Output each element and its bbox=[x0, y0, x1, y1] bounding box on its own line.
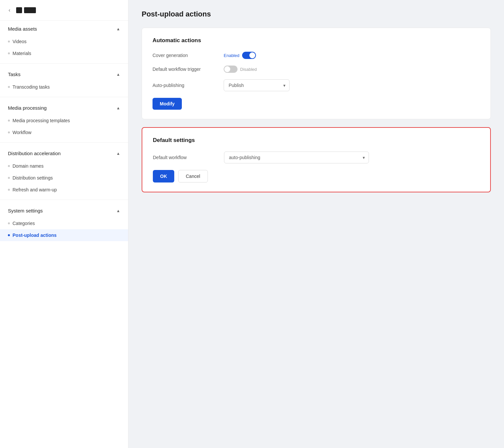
nav-items-distribution-acceleration: Domain names Distribution settings Refre… bbox=[0, 159, 128, 198]
back-button[interactable]: ‹ bbox=[7, 6, 12, 14]
sidebar: ‹ Media assets ▲ Videos Materials Tasks bbox=[0, 0, 128, 448]
bullet-icon bbox=[8, 189, 10, 191]
sidebar-item-refresh-warm-up[interactable]: Refresh and warm-up bbox=[0, 184, 128, 196]
bullet-icon bbox=[8, 222, 10, 224]
default-workflow-label: Default workflow bbox=[153, 155, 219, 160]
breadcrumb bbox=[16, 7, 36, 13]
toggle-slider bbox=[242, 52, 256, 59]
breadcrumb-rect-icon bbox=[24, 7, 36, 13]
sidebar-item-domain-names[interactable]: Domain names bbox=[0, 160, 128, 172]
cancel-button[interactable]: Cancel bbox=[178, 170, 208, 182]
modify-button[interactable]: Modify bbox=[153, 98, 182, 110]
workflow-trigger-toggle-container: Disabled bbox=[224, 66, 257, 73]
automatic-actions-card: Automatic actions Cover generation Enabl… bbox=[142, 28, 491, 119]
nav-group-media-assets[interactable]: Media assets ▲ bbox=[0, 21, 128, 34]
main-content: Post-upload actions Automatic actions Co… bbox=[128, 0, 504, 448]
default-settings-button-row: OK Cancel bbox=[153, 170, 480, 182]
sidebar-item-categories[interactable]: Categories bbox=[0, 217, 128, 229]
sidebar-item-transcoding-tasks[interactable]: Transcoding tasks bbox=[0, 81, 128, 93]
default-settings-card: Default settings Default workflow auto-p… bbox=[142, 127, 491, 192]
nav-group-media-processing[interactable]: Media processing ▲ bbox=[0, 100, 128, 113]
default-workflow-select-wrapper: auto-publishing manual none ▾ bbox=[224, 152, 369, 163]
sidebar-item-workflow[interactable]: Workflow bbox=[0, 126, 128, 138]
sidebar-item-post-upload-actions[interactable]: Post-upload actions bbox=[0, 229, 128, 241]
nav-section: Media assets ▲ Videos Materials Tasks ▲ … bbox=[0, 21, 128, 244]
default-workflow-select[interactable]: auto-publishing manual none bbox=[224, 152, 369, 163]
chevron-up-icon: ▲ bbox=[116, 209, 120, 213]
auto-publishing-label: Auto-publishing bbox=[153, 83, 218, 88]
cover-generation-label: Cover generation bbox=[153, 53, 218, 58]
cover-generation-status: Enabled bbox=[224, 53, 239, 58]
bullet-icon bbox=[8, 165, 10, 167]
bullet-icon bbox=[8, 86, 10, 88]
sidebar-item-videos[interactable]: Videos bbox=[0, 36, 128, 47]
cover-generation-toggle-container: Enabled bbox=[224, 52, 256, 59]
sidebar-item-distribution-settings[interactable]: Distribution settings bbox=[0, 172, 128, 184]
ok-button[interactable]: OK bbox=[153, 170, 174, 182]
nav-items-tasks: Transcoding tasks bbox=[0, 80, 128, 96]
chevron-up-icon: ▲ bbox=[116, 106, 120, 110]
toggle-slider bbox=[224, 66, 238, 73]
cover-generation-row: Cover generation Enabled bbox=[153, 52, 480, 59]
breadcrumb-square-icon bbox=[16, 7, 22, 13]
chevron-up-icon: ▲ bbox=[116, 27, 120, 31]
auto-publishing-select-wrapper: Publish Draft None ▾ bbox=[224, 79, 290, 91]
default-workflow-row: Default workflow auto-publishing manual … bbox=[153, 152, 480, 163]
nav-items-system-settings: Categories Post-upload actions bbox=[0, 216, 128, 244]
sidebar-item-materials[interactable]: Materials bbox=[0, 47, 128, 59]
page-title: Post-upload actions bbox=[142, 10, 491, 18]
bullet-icon bbox=[8, 177, 10, 179]
default-settings-title: Default settings bbox=[153, 137, 480, 144]
workflow-trigger-status: Disabled bbox=[240, 67, 257, 72]
sidebar-item-media-processing-templates[interactable]: Media processing templates bbox=[0, 115, 128, 126]
bullet-icon bbox=[8, 41, 10, 42]
workflow-trigger-label: Default workflow trigger bbox=[153, 67, 218, 72]
cover-generation-toggle[interactable] bbox=[242, 52, 256, 59]
chevron-up-icon: ▲ bbox=[116, 151, 120, 156]
bullet-icon bbox=[8, 120, 10, 122]
workflow-trigger-toggle[interactable] bbox=[224, 66, 238, 73]
chevron-up-icon: ▲ bbox=[116, 72, 120, 77]
bullet-icon bbox=[8, 52, 10, 54]
nav-items-media-assets: Videos Materials bbox=[0, 34, 128, 62]
sidebar-header: ‹ bbox=[0, 0, 128, 21]
auto-publishing-row: Auto-publishing Publish Draft None ▾ bbox=[153, 79, 480, 91]
auto-publishing-select[interactable]: Publish Draft None bbox=[224, 79, 290, 91]
nav-group-distribution-acceleration[interactable]: Distribution acceleration ▲ bbox=[0, 145, 128, 159]
automatic-actions-title: Automatic actions bbox=[153, 37, 480, 44]
nav-group-tasks[interactable]: Tasks ▲ bbox=[0, 66, 128, 80]
nav-group-system-settings[interactable]: System settings ▲ bbox=[0, 203, 128, 216]
workflow-trigger-row: Default workflow trigger Disabled bbox=[153, 66, 480, 73]
bullet-icon bbox=[8, 131, 10, 133]
bullet-icon bbox=[8, 234, 10, 236]
nav-items-media-processing: Media processing templates Workflow bbox=[0, 113, 128, 141]
